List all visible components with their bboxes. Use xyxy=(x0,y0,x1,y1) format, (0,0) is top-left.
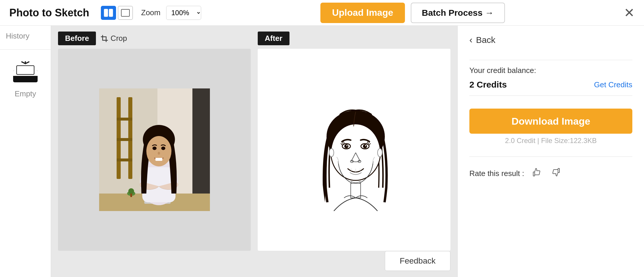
panel-gap xyxy=(251,32,258,251)
before-photo xyxy=(99,88,210,211)
svg-point-31 xyxy=(158,152,160,155)
before-image-container xyxy=(58,49,251,251)
file-info: 2.0 Credit | File Size:122.3KB xyxy=(469,137,632,145)
svg-rect-16 xyxy=(117,138,132,141)
before-panel-header: Before Crop xyxy=(58,32,251,45)
svg-rect-1 xyxy=(109,9,113,17)
before-panel: Before Crop xyxy=(58,32,251,251)
credit-section: Your credit balance: 2 Credits Get Credi… xyxy=(469,66,632,90)
svg-rect-9 xyxy=(17,66,34,74)
rate-label: Rate this result : xyxy=(469,169,524,178)
empty-label: Empty xyxy=(15,89,36,98)
bottom-divider xyxy=(469,156,632,157)
history-divider xyxy=(0,49,51,50)
crop-button[interactable]: Crop xyxy=(101,34,127,43)
download-image-button[interactable]: Download Image xyxy=(469,109,632,134)
canvas-area: Before Crop xyxy=(51,26,457,277)
close-button[interactable]: ✕ xyxy=(624,6,635,19)
upload-image-button[interactable]: Upload Image xyxy=(320,3,405,23)
svg-rect-48 xyxy=(351,183,361,198)
right-panel: ‹ Back Your credit balance: 2 Credits Ge… xyxy=(457,26,644,277)
thumbs-up-button[interactable] xyxy=(530,165,543,182)
feedback-bar: Feedback xyxy=(51,251,457,277)
svg-rect-12 xyxy=(192,88,210,211)
view-toggle xyxy=(101,6,133,20)
get-credits-link[interactable]: Get Credits xyxy=(594,80,633,89)
svg-point-28 xyxy=(146,136,171,166)
crop-label: Crop xyxy=(110,34,127,43)
before-label: Before xyxy=(58,32,96,45)
header: Photo to Sketch Zoom 100% 50% 75% 150% 2… xyxy=(0,0,644,26)
svg-rect-15 xyxy=(117,118,132,121)
svg-point-50 xyxy=(378,149,382,157)
svg-point-30 xyxy=(161,147,165,150)
single-view-button[interactable] xyxy=(118,6,133,20)
credit-row: 2 Credits Get Credits xyxy=(469,80,632,90)
svg-rect-51 xyxy=(533,172,535,176)
svg-rect-2 xyxy=(121,9,129,16)
crop-icon xyxy=(101,35,108,42)
thumbs-up-icon xyxy=(531,167,542,178)
zoom-label: Zoom xyxy=(141,8,160,17)
zoom-select[interactable]: 100% 50% 75% 150% 200% xyxy=(166,6,201,20)
batch-process-button[interactable]: Batch Process → xyxy=(411,3,505,23)
credit-title: Your credit balance: xyxy=(469,66,632,75)
svg-point-22 xyxy=(128,188,134,194)
thumbs-down-icon xyxy=(550,167,561,178)
back-button[interactable]: ‹ Back xyxy=(469,34,632,45)
after-panel-header: After xyxy=(258,32,450,45)
svg-rect-17 xyxy=(117,158,132,161)
svg-rect-23 xyxy=(130,194,132,197)
split-view-button[interactable] xyxy=(101,6,116,20)
svg-point-41 xyxy=(363,144,367,148)
app-title: Photo to Sketch xyxy=(9,7,89,19)
svg-point-39 xyxy=(346,145,348,146)
top-divider xyxy=(469,60,632,60)
rate-section: Rate this result : xyxy=(469,165,632,182)
after-image-container xyxy=(258,49,450,251)
after-panel: After xyxy=(258,32,450,251)
image-panels: Before Crop xyxy=(51,26,457,251)
back-chevron-icon: ‹ xyxy=(469,34,473,45)
svg-point-29 xyxy=(152,147,157,150)
credit-amount: 2 Credits xyxy=(469,80,507,90)
svg-point-49 xyxy=(329,149,334,157)
empty-inbox-icon xyxy=(11,61,40,85)
sidebar: History Empty xyxy=(0,26,51,277)
after-label: After xyxy=(258,32,289,45)
svg-rect-32 xyxy=(155,158,162,161)
back-label: Back xyxy=(476,35,496,45)
thumbs-down-button[interactable] xyxy=(549,165,563,182)
svg-point-42 xyxy=(365,145,366,146)
feedback-button[interactable]: Feedback xyxy=(385,251,450,271)
svg-point-38 xyxy=(344,144,348,148)
svg-rect-52 xyxy=(558,168,559,173)
after-sketch xyxy=(299,88,410,211)
svg-rect-0 xyxy=(104,9,108,17)
history-label: History xyxy=(0,32,29,41)
mid-divider xyxy=(469,95,632,96)
main-layout: History Empty Before xyxy=(0,26,644,277)
